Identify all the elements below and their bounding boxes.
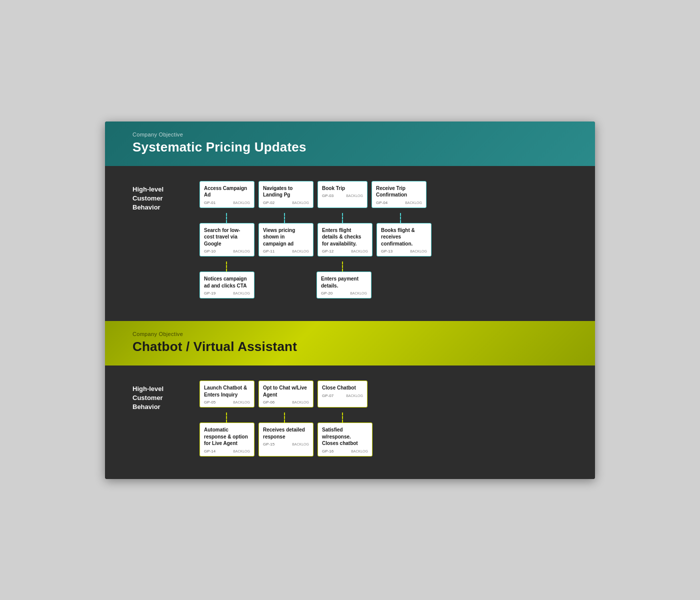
card-gp05-title: Launch Chatbot & Enters Inquiry: [204, 384, 250, 398]
card-gp07-title: Close Chatbot: [322, 384, 363, 392]
card-gp15[interactable]: Receives detailed response GP-15 BACKLOG: [258, 422, 314, 456]
card-gp05-id: GP-05: [204, 400, 216, 404]
card-gp19-footer: GP-19 BACKLOG: [204, 291, 250, 296]
section2-body: High-levelCustomerBehavior Launch Chatbo…: [105, 366, 595, 479]
section1-behavior-label: High-levelCustomerBehavior: [132, 181, 188, 212]
card-gp06-footer: GP-06 BACKLOG: [263, 400, 309, 404]
section2-top-row: Launch Chatbot & Enters Inquiry GP-05 BA…: [200, 380, 568, 408]
card-gp02-id: GP-02: [263, 200, 274, 205]
card-gp20[interactable]: Enters payment details. GP-20 BACKLOG: [316, 272, 372, 298]
card-gp06-title: Opt to Chat w/Live Agent: [263, 384, 309, 398]
card-gp12-title: Enters flight details & checks for avail…: [322, 227, 368, 248]
section1-behavior-row: High-levelCustomerBehavior Access Campai…: [132, 181, 568, 304]
card-gp02-footer: GP-02 BACKLOG: [263, 200, 309, 205]
card-gp10-footer: GP-10 BACKLOG: [204, 249, 250, 254]
card-gp01[interactable]: Access Campaign Ad GP-01 BACKLOG: [200, 181, 254, 208]
card-gp11-footer: GP-11 BACKLOG: [263, 249, 309, 254]
card-gp15-footer: GP-15 BACKLOG: [263, 442, 309, 446]
card-gp20-id: GP-20: [321, 291, 332, 296]
card-gp12[interactable]: Enters flight details & checks for avail…: [318, 223, 372, 257]
card-gp06[interactable]: Opt to Chat w/Live Agent GP-06 BACKLOG: [258, 380, 314, 408]
section2-behavior-label: High-levelCustomerBehavior: [132, 380, 188, 412]
card-gp19[interactable]: Notices campaign ad and clicks CTA GP-19…: [200, 272, 254, 298]
section2-header: Company Objective Chatbot / Virtual Assi…: [105, 321, 595, 366]
card-gp03-footer: GP-03 BACKLOG: [322, 194, 363, 198]
card-gp11[interactable]: Views pricing shown in campaign ad GP-11…: [258, 223, 314, 257]
card-gp01-title: Access Campaign Ad: [204, 185, 250, 198]
card-gp02-title: Navigates to Landing Pg: [263, 185, 309, 198]
card-gp01-id: GP-01: [204, 200, 216, 205]
card-gp16-title: Satisfied w/response. Closes chatbot: [322, 426, 368, 447]
card-gp20-footer: GP-20 BACKLOG: [321, 291, 367, 296]
section1-top-row: Access Campaign Ad GP-01 BACKLOG Navigat…: [200, 181, 568, 208]
card-gp03-badge: BACKLOG: [346, 194, 363, 198]
card-gp13-title: Books flight & receives confirmation.: [381, 227, 427, 248]
card-gp04-id: GP-04: [376, 200, 388, 205]
section1-label: Company Objective: [132, 132, 568, 138]
card-gp19-title: Notices campaign ad and clicks CTA: [204, 276, 250, 289]
card-gp16-badge: BACKLOG: [351, 450, 368, 453]
card-gp10[interactable]: Search for low-cost travel via Google GP…: [200, 223, 254, 257]
section1-mid-row: Search for low-cost travel via Google GP…: [200, 223, 568, 257]
card-gp16-id: GP-16: [322, 449, 334, 454]
card-gp05-badge: BACKLOG: [233, 400, 250, 404]
main-container: Company Objective Systematic Pricing Upd…: [105, 122, 595, 479]
card-gp13-badge: BACKLOG: [410, 250, 427, 253]
section1-cards-area: Access Campaign Ad GP-01 BACKLOG Navigat…: [200, 181, 568, 304]
card-gp14[interactable]: Automatic response & option for Live Age…: [200, 422, 254, 456]
card-gp06-badge: BACKLOG: [292, 400, 309, 404]
card-gp02[interactable]: Navigates to Landing Pg GP-02 BACKLOG: [258, 181, 314, 208]
card-gp15-id: GP-15: [263, 442, 274, 446]
card-gp15-badge: BACKLOG: [292, 442, 309, 446]
card-gp14-badge: BACKLOG: [233, 450, 250, 453]
card-gp07-badge: BACKLOG: [346, 394, 363, 398]
section1-header: Company Objective Systematic Pricing Upd…: [105, 122, 595, 166]
card-gp11-title: Views pricing shown in campaign ad: [263, 227, 309, 248]
section2-label: Company Objective: [132, 331, 568, 337]
section1-bot-row: Notices campaign ad and clicks CTA GP-19…: [200, 272, 568, 298]
card-gp11-badge: BACKLOG: [292, 250, 309, 253]
card-gp07-footer: GP-07 BACKLOG: [322, 394, 363, 398]
card-gp19-id: GP-19: [204, 291, 216, 296]
card-gp13-footer: GP-13 BACKLOG: [381, 249, 427, 254]
card-gp11-id: GP-11: [263, 249, 274, 254]
card-gp10-title: Search for low-cost travel via Google: [204, 227, 250, 248]
card-gp14-id: GP-14: [204, 449, 216, 454]
card-gp03-title: Book Trip: [322, 185, 363, 192]
card-gp19-badge: BACKLOG: [233, 292, 250, 295]
card-gp02-badge: BACKLOG: [292, 201, 309, 204]
card-gp20-badge: BACKLOG: [350, 292, 367, 295]
section1-body: High-levelCustomerBehavior Access Campai…: [105, 166, 595, 322]
card-gp07[interactable]: Close Chatbot GP-07 BACKLOG: [318, 380, 368, 408]
card-gp04-badge: BACKLOG: [405, 201, 422, 204]
card-gp04-footer: GP-04 BACKLOG: [376, 200, 422, 205]
section2-bot-row: Automatic response & option for Live Age…: [200, 422, 568, 456]
section1-title: Systematic Pricing Updates: [132, 140, 568, 155]
card-gp13[interactable]: Books flight & receives confirmation. GP…: [376, 223, 432, 257]
card-gp20-title: Enters payment details.: [321, 276, 367, 289]
card-gp07-id: GP-07: [322, 394, 334, 398]
card-gp16[interactable]: Satisfied w/response. Closes chatbot GP-…: [318, 422, 372, 456]
card-gp14-footer: GP-14 BACKLOG: [204, 449, 250, 454]
card-gp03[interactable]: Book Trip GP-03 BACKLOG: [318, 181, 368, 208]
card-gp01-badge: BACKLOG: [233, 201, 250, 204]
card-gp05-footer: GP-05 BACKLOG: [204, 400, 250, 404]
section2-title: Chatbot / Virtual Assistant: [132, 339, 568, 354]
card-gp03-id: GP-03: [322, 194, 334, 198]
card-gp14-title: Automatic response & option for Live Age…: [204, 426, 250, 447]
section2-behavior-row: High-levelCustomerBehavior Launch Chatbo…: [132, 380, 568, 462]
card-gp12-badge: BACKLOG: [351, 250, 368, 253]
card-gp13-id: GP-13: [381, 249, 392, 254]
card-gp04[interactable]: Receive Trip Confirmation GP-04 BACKLOG: [372, 181, 426, 208]
card-gp01-footer: GP-01 BACKLOG: [204, 200, 250, 205]
card-gp10-badge: BACKLOG: [233, 250, 250, 253]
card-gp04-title: Receive Trip Confirmation: [376, 185, 422, 198]
card-gp06-id: GP-06: [263, 400, 274, 404]
card-gp15-title: Receives detailed response: [263, 426, 309, 440]
card-gp16-footer: GP-16 BACKLOG: [322, 449, 368, 454]
section2-cards-area: Launch Chatbot & Enters Inquiry GP-05 BA…: [200, 380, 568, 462]
card-gp12-id: GP-12: [322, 249, 334, 254]
card-gp10-id: GP-10: [204, 249, 216, 254]
card-gp05[interactable]: Launch Chatbot & Enters Inquiry GP-05 BA…: [200, 380, 254, 408]
card-gp12-footer: GP-12 BACKLOG: [322, 249, 368, 254]
